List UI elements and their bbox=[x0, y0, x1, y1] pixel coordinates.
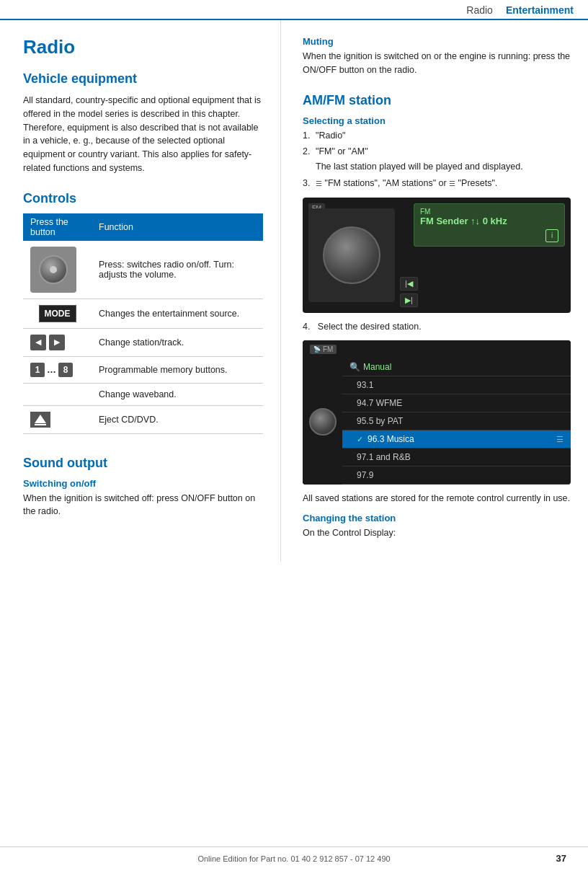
right-arrow-icon: ▶ bbox=[49, 335, 65, 350]
info-icon: i bbox=[545, 229, 558, 242]
table-row: MODE Changes the entertainment source. bbox=[23, 299, 263, 328]
controls-heading: Controls bbox=[23, 191, 263, 206]
sound-output-heading: Sound output bbox=[23, 456, 263, 471]
page-footer: Online Edition for Part no. 01 40 2 912 … bbox=[0, 846, 588, 871]
table-cell-icon: ◀ ▶ bbox=[23, 328, 92, 356]
table-cell-icon bbox=[23, 241, 92, 299]
table-row: Change waveband. bbox=[23, 383, 263, 405]
table-cell-function: Change station/track. bbox=[92, 328, 263, 356]
left-column: Radio Vehicle equipment All standard, co… bbox=[0, 20, 281, 562]
step-text: ☰ "FM stations", "AM stations" or ☰ "Pre… bbox=[316, 178, 497, 188]
table-col1: Press the button bbox=[23, 213, 92, 241]
table-row: ◀ ▶ Change station/track. bbox=[23, 328, 263, 356]
selecting-heading: Selecting a station bbox=[303, 115, 571, 126]
fm-menu-label: 📡 FM bbox=[310, 345, 337, 354]
fm-menu-selected-text: 96.3 Musica bbox=[368, 434, 414, 444]
ellipsis: … bbox=[47, 364, 56, 375]
fm-screen-main: FM Sender ↑↓ 0 kHz bbox=[420, 216, 558, 226]
fm-menu-item: 95.5 by PAT bbox=[342, 412, 571, 430]
knob-icon bbox=[30, 247, 76, 293]
knob-center bbox=[50, 266, 57, 273]
fm-small-knob-icon bbox=[309, 408, 337, 436]
fm-big-knob-icon bbox=[323, 226, 380, 284]
fm-menu-item-text: 95.5 by PAT bbox=[357, 416, 403, 426]
fm-menu-content: 🔍 Manual 93.1 94.7 WFME 95.5 by PAT ✓ 9 bbox=[342, 358, 571, 485]
table-col2: Function bbox=[92, 213, 263, 241]
table-cell-icon: 1 … 8 bbox=[23, 356, 92, 383]
step4-text: 4. Select the desired station. bbox=[303, 320, 571, 334]
table-cell-function: Eject CD/DVD. bbox=[92, 405, 263, 433]
svg-marker-0 bbox=[35, 415, 46, 423]
list-item: 1. "Radio" bbox=[303, 129, 571, 143]
main-content: Radio Vehicle equipment All standard, co… bbox=[0, 20, 588, 562]
checkmark-icon: ✓ bbox=[357, 435, 363, 444]
header-entertainment-label: Entertainment bbox=[506, 4, 574, 16]
table-cell-function: Programmable memory buttons. bbox=[92, 356, 263, 383]
fm-screen-fm-label: FM bbox=[420, 208, 430, 216]
page-number: 37 bbox=[545, 853, 566, 864]
next-track-icon: ▶| bbox=[400, 293, 418, 307]
search-icon: 🔍 bbox=[349, 362, 360, 372]
table-row: 1 … 8 Programmable memory buttons. bbox=[23, 356, 263, 383]
fm-menu-item-text: 94.7 WFME bbox=[357, 398, 402, 408]
svg-rect-1 bbox=[35, 424, 46, 425]
fm-menu-item-text: 93.1 bbox=[357, 380, 373, 390]
saved-stations-text: All saved stations are stored for the re… bbox=[303, 492, 571, 505]
right-column: Muting When the ignition is switched on … bbox=[281, 20, 588, 562]
mode-button-icon: MODE bbox=[39, 305, 76, 322]
amfm-heading: AM/FM station bbox=[303, 93, 571, 108]
num-1-icon: 1 bbox=[30, 363, 45, 377]
switching-heading: Switching on/off bbox=[23, 478, 263, 489]
fm-display-inner: FM FM FM Sender ↑↓ 0 kHz i bbox=[303, 198, 571, 313]
num-8-icon: 8 bbox=[58, 363, 73, 377]
muting-heading: Muting bbox=[303, 36, 571, 47]
knob-circle bbox=[39, 255, 68, 284]
fm-menu-item: 97.1 and R&B bbox=[342, 448, 571, 467]
step-text: "Radio" bbox=[316, 131, 346, 141]
table-cell-icon: MODE bbox=[23, 299, 92, 328]
list-item: 2. "FM" or "AM" The last station played … bbox=[303, 145, 571, 174]
switching-text: When the ignition is switched off: press… bbox=[23, 492, 263, 519]
step-text: "FM" or "AM" bbox=[316, 146, 368, 156]
page-header: Radio Entertainment bbox=[0, 0, 588, 20]
fm-menu-item: 93.1 bbox=[342, 376, 571, 394]
fm-menu-item-search: 🔍 Manual bbox=[342, 358, 571, 376]
fm-menu-selected-icon: ☰ bbox=[556, 435, 564, 444]
number-buttons-icon: 1 … 8 bbox=[30, 363, 84, 377]
table-cell-function: Change waveband. bbox=[92, 383, 263, 405]
fm-knob-area bbox=[308, 208, 395, 302]
fm-menu-item-text: 97.9 bbox=[357, 470, 373, 480]
list-item: 3. ☰ "FM stations", "AM stations" or ☰ "… bbox=[303, 177, 571, 190]
prev-track-icon: |◀ bbox=[400, 277, 418, 291]
step-number: 2. bbox=[303, 145, 310, 159]
fm-menu-fm-text: FM bbox=[323, 345, 333, 353]
fm-menu-manual-text: Manual bbox=[363, 362, 391, 372]
fm-screen: FM FM Sender ↑↓ 0 kHz i bbox=[414, 203, 565, 247]
step-number: 1. bbox=[303, 129, 310, 143]
vehicle-equipment-heading: Vehicle equipment bbox=[23, 71, 263, 87]
fm-menu-item-text: 97.1 and R&B bbox=[357, 452, 411, 462]
arrow-buttons-icon: ◀ ▶ bbox=[30, 335, 84, 350]
table-row: Eject CD/DVD. bbox=[23, 405, 263, 433]
eject-icon bbox=[30, 412, 50, 428]
table-cell-icon bbox=[23, 405, 92, 433]
fm-menu-knob bbox=[303, 358, 342, 485]
header-radio-label: Radio bbox=[466, 4, 493, 16]
table-cell-icon bbox=[23, 383, 92, 405]
step-subtext: The last station played will be played a… bbox=[316, 160, 571, 174]
fm-menu-item: 97.9 bbox=[342, 467, 571, 485]
antenna-icon: 📡 bbox=[313, 346, 321, 353]
table-cell-function: Changes the entertainment source. bbox=[92, 299, 263, 328]
footer-text: Online Edition for Part no. 01 40 2 912 … bbox=[43, 854, 545, 863]
steps-list: 1. "Radio" 2. "FM" or "AM" The last stat… bbox=[303, 129, 571, 190]
muting-text: When the ignition is switched on or the … bbox=[303, 50, 571, 77]
fm-menu-display: 📡 FM 🔍 Manual 93.1 94.7 bbox=[303, 340, 571, 485]
table-cell-function: Press: switches radio on/off. Turn: adju… bbox=[92, 241, 263, 299]
changing-text: On the Control Display: bbox=[303, 526, 571, 540]
left-arrow-icon: ◀ bbox=[30, 335, 46, 350]
fm-menu-knob-area: 🔍 Manual 93.1 94.7 WFME 95.5 by PAT ✓ 9 bbox=[303, 358, 571, 485]
controls-table: Press the button Function Press: switche… bbox=[23, 213, 263, 434]
page-title: Radio bbox=[23, 36, 263, 58]
step-number: 3. bbox=[303, 177, 310, 190]
fm-bottom-buttons: |◀ ▶| bbox=[400, 277, 418, 307]
